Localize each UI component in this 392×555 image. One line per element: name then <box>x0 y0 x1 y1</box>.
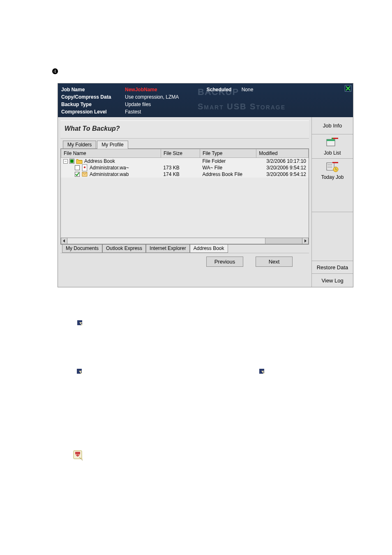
backup-app-window: BACKUP Smart USB Storage Job Name NewJob… <box>58 83 353 287</box>
cell-name: Administrator.wab <box>90 171 129 177</box>
side-label: Today Job <box>321 174 344 180</box>
tab-my-documents[interactable]: My Documents <box>62 245 102 253</box>
tab-my-folders[interactable]: My Folders <box>63 141 96 149</box>
grid-scroll-area: − Address Book File Folde <box>61 158 309 244</box>
svg-rect-3 <box>327 139 335 141</box>
table-row[interactable]: Administrator.wa~ 173 KB WA~ File 3/20/2… <box>61 164 309 171</box>
section-title: What To Backup? <box>60 120 309 139</box>
next-button[interactable]: Next <box>256 257 293 267</box>
tab-outlook-express[interactable]: Outlook Express <box>102 245 146 253</box>
header-panel: BACKUP Smart USB Storage Job Name NewJob… <box>58 83 353 117</box>
horizontal-scrollbar[interactable] <box>61 238 309 244</box>
pointer-icon <box>77 320 84 327</box>
cell-type: File Folder <box>200 158 257 164</box>
tab-address-book[interactable]: Address Book <box>190 245 228 253</box>
main-column: What To Backup? My Folders My Profile Fi… <box>58 117 312 287</box>
tab-my-profile[interactable]: My Profile <box>97 141 128 149</box>
tab-internet-explorer[interactable]: Internet Explorer <box>146 245 190 253</box>
side-column: Job Info Job List <box>312 117 353 287</box>
job-name-value: NewJobName <box>125 87 157 92</box>
scroll-thumb[interactable] <box>265 238 302 244</box>
body-area: What To Backup? My Folders My Profile Fi… <box>58 117 353 287</box>
col-file-size[interactable]: File Size <box>161 149 200 158</box>
step-number: ❹ <box>52 67 58 76</box>
cell-size: 174 KB <box>161 171 200 178</box>
backup-type-value: Update files <box>125 102 151 107</box>
checkbox-checked-icon[interactable] <box>75 172 80 177</box>
scheduled-value: None <box>242 87 254 92</box>
file-grid: File Name File Size File Type Modified <box>61 149 309 158</box>
address-book-icon <box>81 171 88 177</box>
cell-modified: 3/20/2006 9:54:12 <box>256 171 309 178</box>
close-icon <box>346 86 350 91</box>
bottom-tabs: My Documents Outlook Express Internet Ex… <box>60 245 309 253</box>
cell-size: 173 KB <box>161 164 200 171</box>
view-log-button[interactable]: View Log <box>312 274 353 287</box>
tree-expander-icon[interactable]: − <box>63 159 68 164</box>
restore-data-button[interactable]: Restore Data <box>312 261 353 274</box>
side-title-job-info[interactable]: Job Info <box>312 117 353 134</box>
folder-icon <box>76 158 83 164</box>
svg-rect-5 <box>332 138 333 139</box>
col-file-name[interactable]: File Name <box>61 149 161 158</box>
job-list-icon <box>325 136 340 149</box>
copy-compress-value: Use compression, LZMA <box>125 94 179 100</box>
brand-storage: Smart USB Storage <box>198 102 286 111</box>
svg-rect-10 <box>332 162 338 163</box>
scroll-right-icon[interactable] <box>302 238 309 244</box>
today-job-icon <box>325 160 340 173</box>
compression-level-label: Compression Level <box>61 109 125 115</box>
close-button[interactable] <box>345 85 351 92</box>
table-row[interactable]: Administrator.wab 174 KB Address Book Fi… <box>61 171 309 178</box>
checkbox-partial-icon[interactable] <box>69 159 74 164</box>
top-tabs: My Folders My Profile <box>60 139 309 148</box>
download-icon <box>73 450 84 461</box>
cell-name: Address Book <box>84 158 115 164</box>
backup-type-label: Backup Type <box>61 102 125 107</box>
nav-bar: Previous Next <box>60 253 309 269</box>
cell-modified: 3/20/2006 9:54:12 <box>256 164 309 171</box>
copy-compress-label: Copy/Compress Data <box>61 94 125 100</box>
side-item-job-list[interactable]: Job List <box>312 134 353 159</box>
tab-content: File Name File Size File Type Modified <box>60 148 309 245</box>
pointer-icon <box>76 368 84 376</box>
cell-name: Administrator.wa~ <box>90 165 129 171</box>
cell-type: Address Book File <box>200 171 257 178</box>
side-item-today-job[interactable]: Today Job <box>312 159 353 212</box>
compression-level-value: Fastest <box>125 109 141 115</box>
side-spacer <box>312 212 353 261</box>
cell-type: WA~ File <box>200 164 257 171</box>
svg-point-1 <box>84 166 86 169</box>
brand-backup: BACKUP <box>198 87 239 97</box>
table-row[interactable]: − Address Book File Folde <box>61 158 309 164</box>
previous-button[interactable]: Previous <box>206 257 243 267</box>
side-label: Job List <box>324 150 341 156</box>
cell-modified: 3/2/2006 10:17:10 <box>256 158 309 164</box>
svg-rect-6 <box>327 163 334 170</box>
scroll-track[interactable] <box>67 238 302 244</box>
col-file-type[interactable]: File Type <box>200 149 256 158</box>
cell-size <box>161 158 200 164</box>
file-icon <box>81 165 88 171</box>
pointer-icon <box>259 368 266 376</box>
scroll-left-icon[interactable] <box>61 238 67 244</box>
col-modified[interactable]: Modified <box>256 149 309 158</box>
checkbox-unchecked-icon[interactable] <box>75 165 80 170</box>
job-name-label: Job Name <box>61 87 125 92</box>
